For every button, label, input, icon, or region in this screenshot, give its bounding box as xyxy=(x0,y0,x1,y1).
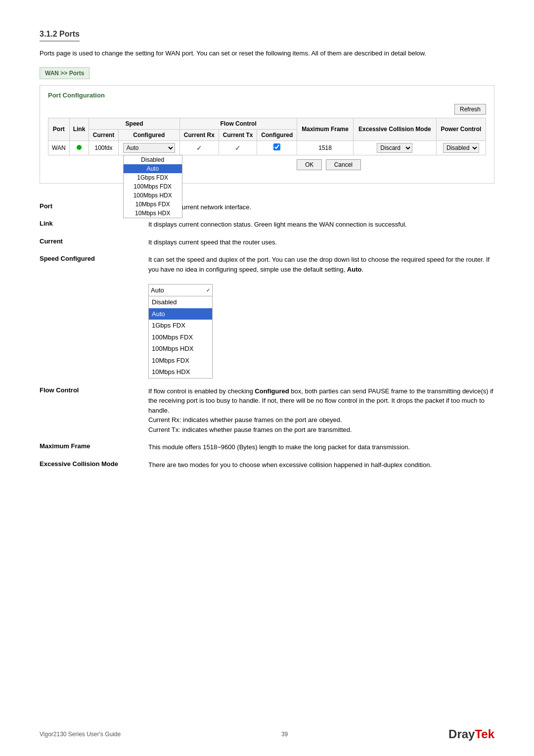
breadcrumb: WAN >> Ports xyxy=(40,67,89,79)
guide-title: Vigor2130 Series User's Guide xyxy=(40,731,121,738)
def-current: It displays current speed that the route… xyxy=(148,234,494,251)
intro-paragraph: Ports page is used to change the setting… xyxy=(40,48,494,58)
link-indicator xyxy=(77,145,82,150)
opt-1gbps-fdx[interactable]: 1Gbps FDX xyxy=(149,320,212,331)
def-excessive: There are two modes for you to choose wh… xyxy=(148,456,494,474)
col-speed-group: Speed xyxy=(89,118,180,129)
option-auto[interactable]: Auto xyxy=(124,164,182,173)
desc-row-max-frame: Maximum Frame This module offers 1518~96… xyxy=(40,438,494,456)
dropdown-current-val: Auto xyxy=(151,285,164,295)
col-power: Power Control xyxy=(436,118,486,141)
def-max-frame: This module offers 1518~9600 (Bytes) len… xyxy=(148,438,494,456)
fc-configured-checkbox[interactable] xyxy=(273,143,280,150)
draytek-logo: DrayTek xyxy=(448,727,494,741)
option-100fdx[interactable]: 100Mbps FDX xyxy=(124,182,182,191)
def-link: It displays current connection status. G… xyxy=(148,216,494,234)
term-speed-configured: Speed Configured xyxy=(40,251,148,382)
ok-button[interactable]: OK xyxy=(297,159,322,170)
refresh-button[interactable]: Refresh xyxy=(454,104,486,115)
cell-speed-current: 100fdx xyxy=(89,141,118,155)
cell-fc-rx: ✓ xyxy=(179,141,219,155)
col-fc-configured: Configured xyxy=(257,129,297,141)
desc-row-excessive: Excessive Collision Mode There are two m… xyxy=(40,456,494,474)
cell-speed-configured: Disabled Auto 1Gbps FDX 100Mbps FDX 100M… xyxy=(118,141,179,155)
section-title: 3.1.2 Ports xyxy=(40,30,80,42)
description-table: Port It displays current network interfa… xyxy=(40,198,494,474)
cell-max-frame: 1518 xyxy=(297,141,353,155)
def-speed-bold: Auto xyxy=(347,266,362,273)
opt-disabled[interactable]: Disabled xyxy=(149,296,212,308)
cell-link xyxy=(69,141,89,155)
col-fc-tx: Current Tx xyxy=(219,129,257,141)
def-speed-text2: . xyxy=(361,266,363,273)
port-config-panel: Port Configuration Refresh Port Link Spe… xyxy=(40,85,494,184)
option-1gbps[interactable]: 1Gbps FDX xyxy=(124,173,182,182)
def-speed-text1: It can set the speed and duplex of the p… xyxy=(148,256,490,273)
option-100hdx[interactable]: 100Mbps HDX xyxy=(124,191,182,200)
dropdown-arrow-icon: ✓ xyxy=(206,286,210,294)
dropdown-top: Auto ✓ xyxy=(149,284,212,297)
desc-row-port: Port It displays current network interfa… xyxy=(40,198,494,216)
opt-auto[interactable]: Auto xyxy=(149,308,212,320)
inline-dropdown-list: Disabled Auto 1Gbps FDX 100Mbps FDX 100M… xyxy=(149,296,212,378)
cell-fc-configured xyxy=(257,141,297,155)
cell-fc-tx: ✓ xyxy=(219,141,257,155)
desc-row-flow-control: Flow Control If flow control is enabled … xyxy=(40,382,494,439)
desc-row-link: Link It displays current connection stat… xyxy=(40,216,494,234)
config-header: Port Configuration xyxy=(48,92,486,99)
desc-row-current: Current It displays current speed that t… xyxy=(40,234,494,251)
excessive-select[interactable]: Discard Random xyxy=(377,143,412,153)
table-row: WAN 100fdx Disabled Auto 1Gbps FDX 100Mb… xyxy=(48,141,486,155)
cell-power: Disabled Enabled xyxy=(436,141,486,155)
term-excessive: Excessive Collision Mode xyxy=(40,456,148,474)
inline-speed-dropdown: Auto ✓ Disabled Auto 1Gbps FDX 100Mbps F… xyxy=(148,284,213,378)
power-select[interactable]: Disabled Enabled xyxy=(443,143,479,153)
col-max-frame: Maximum Frame xyxy=(297,118,353,141)
col-fc-rx: Current Rx xyxy=(179,129,219,141)
fc-text1: If flow control is enabled by checking xyxy=(148,387,255,395)
option-disabled[interactable]: Disabled xyxy=(124,155,182,164)
col-port: Port xyxy=(48,118,70,141)
desc-row-speed-configured: Speed Configured It can set the speed an… xyxy=(40,251,494,382)
term-link: Link xyxy=(40,216,148,234)
speed-dropdown-panel: Disabled Auto 1Gbps FDX 100Mbps FDX 100M… xyxy=(123,155,182,218)
term-current: Current xyxy=(40,234,148,251)
opt-100mbps-hdx[interactable]: 100Mbps HDX xyxy=(149,343,212,355)
col-excessive: Excessive Collision Mode xyxy=(353,118,436,141)
option-10fdx[interactable]: 10Mbps FDX xyxy=(124,200,182,209)
page-footer: Vigor2130 Series User's Guide 39 DrayTek xyxy=(40,727,494,741)
col-link: Link xyxy=(69,118,89,141)
term-flow-control: Flow Control xyxy=(40,382,148,439)
logo-tek: Tek xyxy=(475,727,494,741)
speed-configured-select[interactable]: Disabled Auto 1Gbps FDX 100Mbps FDX 100M… xyxy=(123,143,175,153)
def-speed-configured: It can set the speed and duplex of the p… xyxy=(148,251,494,382)
port-table: Port Link Speed Flow Control Maximum Fra… xyxy=(48,118,486,174)
term-max-frame: Maximum Frame xyxy=(40,438,148,456)
def-port: It displays current network interface. xyxy=(148,198,494,216)
col-speed-configured: Configured xyxy=(118,129,179,141)
cancel-button[interactable]: Cancel xyxy=(326,159,361,170)
fc-bold: Configured xyxy=(255,387,289,395)
opt-10mbps-hdx[interactable]: 10Mbps HDX xyxy=(149,366,212,378)
cell-excessive: Discard Random xyxy=(353,141,436,155)
page-number: 39 xyxy=(281,731,288,738)
col-flow-group: Flow Control xyxy=(179,118,297,129)
opt-10mbps-fdx[interactable]: 10Mbps FDX xyxy=(149,355,212,367)
opt-100mbps-fdx[interactable]: 100Mbps FDX xyxy=(149,331,212,343)
col-speed-current: Current xyxy=(89,129,118,141)
cell-port: WAN xyxy=(48,141,70,155)
option-10hdx[interactable]: 10Mbps HDX xyxy=(124,209,182,218)
def-flow-control: If flow control is enabled by checking C… xyxy=(148,382,494,439)
refresh-row: Refresh xyxy=(48,104,486,115)
logo-dray: Dray xyxy=(448,727,475,741)
ok-cancel-row: OK Cancel xyxy=(48,155,486,174)
